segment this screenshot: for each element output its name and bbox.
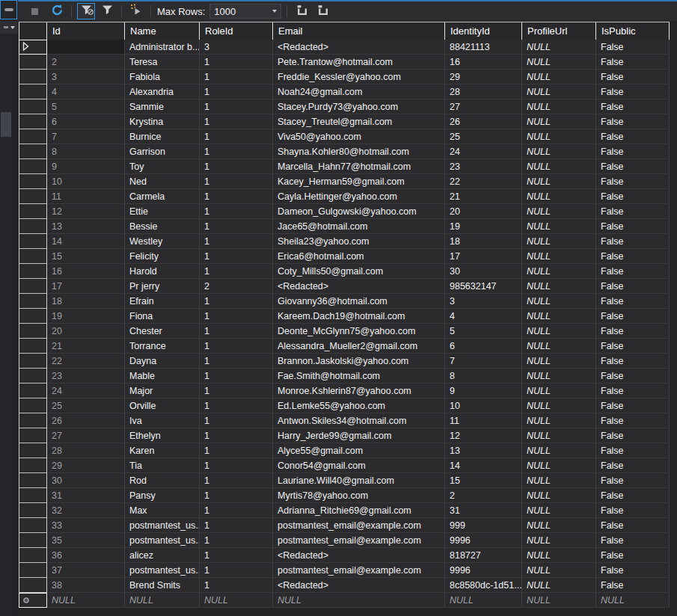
cell-email[interactable]: postmantest_email@example.com xyxy=(273,563,445,578)
row-header[interactable] xyxy=(19,593,47,608)
cell-profileurl[interactable]: NULL xyxy=(522,324,596,339)
vertical-scrollbar[interactable] xyxy=(0,36,12,616)
cell-roleid[interactable]: NULL xyxy=(200,593,273,608)
cell-roleid[interactable]: 1 xyxy=(200,384,273,398)
cell-profileurl[interactable]: NULL xyxy=(522,159,596,174)
cell-roleid[interactable]: 1 xyxy=(200,503,273,518)
cell-identityid[interactable]: 24 xyxy=(445,144,522,159)
cell-email[interactable]: <Redacted> xyxy=(273,40,445,55)
cell-roleid[interactable]: 1 xyxy=(200,309,273,324)
cell-identityid[interactable]: 22 xyxy=(445,174,522,189)
cell-profileurl[interactable]: NULL xyxy=(522,279,596,294)
cell-ispublic[interactable]: False xyxy=(596,249,670,264)
cell-id[interactable]: 5 xyxy=(47,99,125,114)
cell-id[interactable]: 26 xyxy=(47,413,125,428)
cell-roleid[interactable]: 1 xyxy=(200,533,273,548)
cell-identityid[interactable]: 26 xyxy=(445,114,522,129)
row-header[interactable] xyxy=(19,488,47,503)
cell-name[interactable]: Sammie xyxy=(125,99,200,114)
row-header[interactable] xyxy=(19,219,47,234)
cell-profileurl[interactable]: NULL xyxy=(522,84,596,99)
cell-name[interactable]: Rod xyxy=(125,473,200,488)
cell-roleid[interactable]: 1 xyxy=(200,219,273,234)
cell-roleid[interactable]: 1 xyxy=(200,458,273,473)
cell-id[interactable]: 7 xyxy=(47,129,125,144)
cell-roleid[interactable]: 1 xyxy=(200,55,273,70)
row-header[interactable] xyxy=(19,458,47,473)
cell-email[interactable]: Fae.Smith@hotmail.com xyxy=(273,369,445,384)
cell-id[interactable]: 19 xyxy=(47,309,125,324)
cell-profileurl[interactable]: NULL xyxy=(522,114,596,129)
cell-identityid[interactable]: 11 xyxy=(445,413,522,428)
cell-ispublic[interactable]: False xyxy=(596,473,670,488)
stop-button[interactable] xyxy=(25,3,43,19)
row-header[interactable] xyxy=(19,279,47,294)
cell-name[interactable]: Pansy xyxy=(125,488,200,503)
cell-id[interactable]: 37 xyxy=(47,563,125,578)
cell-email[interactable]: Dameon_Gulgowski@yahoo.com xyxy=(273,204,445,219)
cell-identityid[interactable]: 27 xyxy=(445,99,522,114)
cell-name[interactable]: Fiona xyxy=(125,309,200,324)
cell-name[interactable]: Westley xyxy=(125,234,200,249)
cell-ispublic[interactable]: False xyxy=(596,219,670,234)
cell-email[interactable]: Stacey.Purdy73@yahoo.com xyxy=(273,99,445,114)
row-header[interactable] xyxy=(19,354,47,369)
cell-profileurl[interactable]: NULL xyxy=(522,234,596,249)
cell-roleid[interactable]: 1 xyxy=(200,488,273,503)
cell-id[interactable]: 4 xyxy=(47,84,125,99)
cell-profileurl[interactable]: NULL xyxy=(522,369,596,384)
scrollbar-thumb[interactable] xyxy=(1,112,11,137)
row-header[interactable] xyxy=(19,503,47,518)
cell-profileurl[interactable]: NULL xyxy=(522,99,596,114)
row-header[interactable] xyxy=(19,144,47,159)
cell-id[interactable]: 13 xyxy=(47,219,125,234)
cell-ispublic[interactable]: False xyxy=(596,324,670,339)
row-header[interactable] xyxy=(19,114,47,129)
cell-name[interactable]: Mable xyxy=(125,369,200,384)
row-header[interactable] xyxy=(19,174,47,189)
cell-id[interactable]: 21 xyxy=(47,339,125,354)
cell-email[interactable]: Monroe.Kshlerin87@yahoo.com xyxy=(273,384,445,398)
cell-id[interactable]: 20 xyxy=(47,324,125,339)
cell-id[interactable]: 36 xyxy=(47,548,125,563)
column-header-name[interactable]: Name xyxy=(125,22,200,40)
cell-name[interactable]: Iva xyxy=(125,413,200,428)
cell-roleid[interactable]: 1 xyxy=(200,473,273,488)
cell-email[interactable]: postmantest_email@example.com xyxy=(273,533,445,548)
cell-name[interactable]: Chester xyxy=(125,324,200,339)
cell-name[interactable]: Fabiola xyxy=(125,70,200,84)
cell-identityid[interactable]: 5 xyxy=(445,324,522,339)
cell-name[interactable]: Pr jerry xyxy=(125,279,200,294)
cell-roleid[interactable]: 1 xyxy=(200,189,273,204)
cell-email[interactable]: Kareem.Dach19@hotmail.com xyxy=(273,309,445,324)
cell-roleid[interactable]: 1 xyxy=(200,354,273,369)
cell-id[interactable]: 38 xyxy=(47,578,125,593)
cell-id[interactable]: 33 xyxy=(47,518,125,533)
filter-button[interactable] xyxy=(98,3,116,19)
cell-profileurl[interactable]: NULL xyxy=(522,70,596,84)
cell-id[interactable]: 22 xyxy=(47,354,125,369)
cell-ispublic[interactable]: False xyxy=(596,578,670,593)
cell-identityid[interactable]: 14 xyxy=(445,458,522,473)
column-header-profileurl[interactable]: ProfileUrl xyxy=(522,22,596,40)
cell-roleid[interactable]: 1 xyxy=(200,70,273,84)
cell-identityid[interactable]: 9996 xyxy=(445,563,522,578)
cell-roleid[interactable]: 1 xyxy=(200,428,273,443)
row-header[interactable] xyxy=(19,369,47,384)
cell-identityid[interactable]: 9 xyxy=(445,384,522,398)
cell-email[interactable]: <Redacted> xyxy=(273,548,445,563)
script-changes-button[interactable] xyxy=(127,3,145,19)
column-header-roleid[interactable]: RoleId xyxy=(200,22,273,40)
cell-ispublic[interactable]: False xyxy=(596,518,670,533)
cell-identityid[interactable]: 10 xyxy=(445,398,522,413)
cell-profileurl[interactable]: NULL xyxy=(522,174,596,189)
row-header[interactable] xyxy=(19,84,47,99)
cell-email[interactable]: Pete.Trantow@hotmail.com xyxy=(273,55,445,70)
cell-email[interactable]: Shayna.Kohler80@hotmail.com xyxy=(273,144,445,159)
cell-email[interactable]: Jace65@hotmail.com xyxy=(273,219,445,234)
cell-id[interactable]: 6 xyxy=(47,114,125,129)
cell-id[interactable]: 16 xyxy=(47,264,125,279)
cell-profileurl[interactable]: NULL xyxy=(522,249,596,264)
cell-roleid[interactable]: 1 xyxy=(200,398,273,413)
cell-email[interactable]: Alyce55@gmail.com xyxy=(273,443,445,458)
